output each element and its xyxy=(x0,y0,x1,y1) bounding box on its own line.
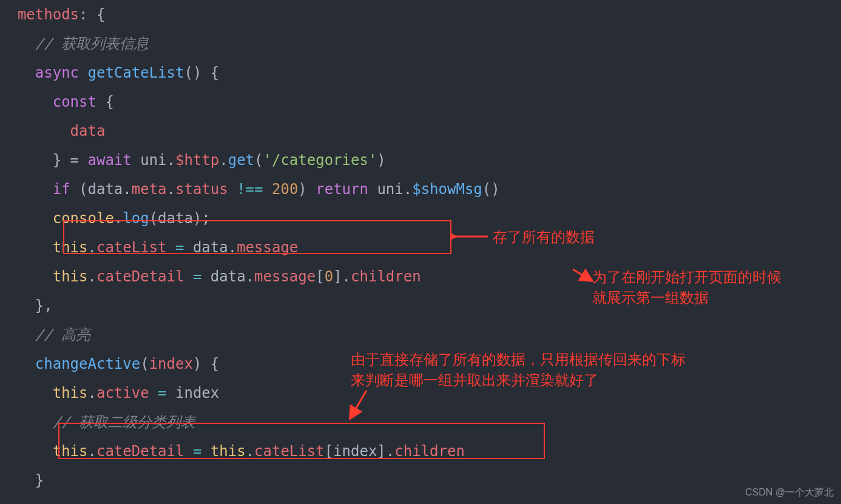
token: uni. xyxy=(132,152,175,169)
token: () { xyxy=(184,64,219,81)
comment: // 获取二级分类列表 xyxy=(53,414,195,431)
line-16: this.cateDetail = this.cateList[index].c… xyxy=(0,443,465,460)
token: : { xyxy=(79,6,105,23)
annotation-1: 存了所有的数据 xyxy=(493,227,595,247)
token: console xyxy=(53,210,114,227)
token: ) xyxy=(298,181,316,198)
token: index xyxy=(149,355,193,372)
token: cateDetail xyxy=(96,268,184,285)
token: . xyxy=(88,268,96,285)
token: { xyxy=(96,93,114,110)
token: message xyxy=(237,239,298,256)
annotation-3-line2: 来判断是哪一组并取出来并渲染就好了 xyxy=(351,372,598,388)
token: this xyxy=(211,443,246,460)
line-13: changeActive(index) { xyxy=(0,355,219,372)
token: = xyxy=(175,239,184,256)
token: changeActive xyxy=(35,355,140,372)
token: = xyxy=(158,385,166,402)
token: cateList xyxy=(254,443,325,460)
token: cateList xyxy=(96,239,167,256)
token: this xyxy=(53,268,88,285)
token: this xyxy=(53,443,88,460)
token: . xyxy=(88,385,96,402)
token: uni. xyxy=(368,181,412,198)
token: log xyxy=(123,210,149,227)
token: $http xyxy=(175,152,219,169)
comment: // 获取列表信息 xyxy=(35,35,149,52)
line-17: } xyxy=(0,472,44,489)
token: data. xyxy=(184,239,237,256)
token: if xyxy=(53,181,70,198)
token: (data. xyxy=(70,181,132,198)
token: . xyxy=(167,181,175,198)
token: = xyxy=(193,268,201,285)
token xyxy=(167,239,175,256)
annotation-3: 由于直接存储了所有的数据，只用根据传回来的下标 来判断是哪一组并取出来并渲染就好… xyxy=(351,349,686,390)
token: 0 xyxy=(325,268,333,285)
code-block: methods: { // 获取列表信息 async getCateList()… xyxy=(0,0,500,495)
line-9: this.cateList = data.message xyxy=(0,239,298,256)
token: methods xyxy=(18,6,79,23)
line-10: this.cateDetail = data.message[0].childr… xyxy=(0,268,421,285)
arrow-icon xyxy=(570,267,595,284)
token: 200 xyxy=(272,181,298,198)
token: data. xyxy=(201,268,254,285)
token: } = xyxy=(53,152,88,169)
token xyxy=(149,385,158,402)
token: return xyxy=(316,181,368,198)
token: this xyxy=(53,239,88,256)
annotation-2-line1: 为了在刚开始打开页面的时候 xyxy=(592,269,782,285)
line-5: data xyxy=(0,123,105,139)
token: children xyxy=(351,268,421,285)
line-4: const { xyxy=(0,93,114,110)
token: cateDetail xyxy=(96,443,184,460)
token: [index]. xyxy=(325,443,395,460)
line-14: this.active = index xyxy=(0,385,219,402)
token: . xyxy=(246,443,254,460)
svg-line-1 xyxy=(573,269,591,280)
line-8: console.log(data); xyxy=(0,210,211,227)
token: meta xyxy=(132,181,167,198)
comment: // 高亮 xyxy=(35,326,90,343)
token: async xyxy=(35,64,79,81)
token: [ xyxy=(316,268,324,285)
watermark: CSDN @一个大萝北 xyxy=(745,486,834,499)
token xyxy=(184,268,192,285)
token: message xyxy=(254,268,316,285)
token: }, xyxy=(35,297,53,314)
line-1: methods: { xyxy=(0,6,105,23)
token: $showMsg xyxy=(412,181,482,198)
token: active xyxy=(96,385,149,402)
line-15: // 获取二级分类列表 xyxy=(0,414,195,431)
annotation-2: 为了在刚开始打开页面的时候 就展示第一组数据 xyxy=(592,267,782,307)
token: . xyxy=(114,210,123,227)
token: await xyxy=(88,152,132,169)
annotation-3-line1: 由于直接存储了所有的数据，只用根据传回来的下标 xyxy=(351,351,686,368)
line-2: // 获取列表信息 xyxy=(0,35,149,52)
token: children xyxy=(394,443,465,460)
line-6: } = await uni.$http.get('/categories') xyxy=(0,152,386,169)
token: status xyxy=(175,181,228,198)
token xyxy=(201,443,210,460)
token: !== xyxy=(237,181,263,198)
line-12: // 高亮 xyxy=(0,326,90,343)
token: . xyxy=(88,443,96,460)
token: this xyxy=(53,385,88,402)
token: ]. xyxy=(333,268,351,285)
token: index xyxy=(167,385,220,402)
token: ) xyxy=(377,152,385,169)
token: ( xyxy=(140,355,149,372)
token: get xyxy=(228,152,254,169)
token: = xyxy=(193,443,201,460)
line-7: if (data.meta.status !== 200) return uni… xyxy=(0,181,500,198)
token: () xyxy=(482,181,500,198)
token: getCateList xyxy=(88,64,184,81)
line-3: async getCateList() { xyxy=(0,64,219,81)
token: ( xyxy=(254,152,263,169)
token xyxy=(263,181,272,198)
token: const xyxy=(53,93,96,110)
annotation-2-line2: 就展示第一组数据 xyxy=(592,289,709,306)
token: . xyxy=(219,152,228,169)
token: (data); xyxy=(149,210,211,227)
token: } xyxy=(35,472,44,489)
